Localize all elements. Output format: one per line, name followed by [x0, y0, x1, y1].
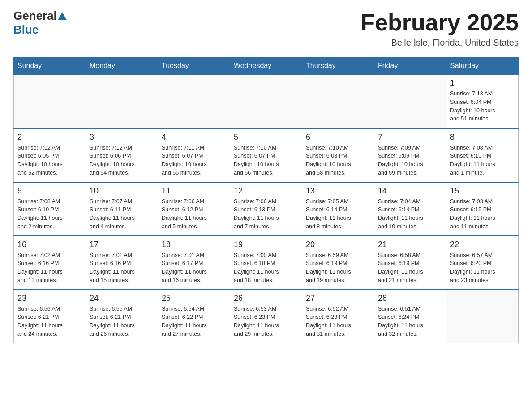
- day-number: 20: [306, 240, 370, 249]
- day-number: 1: [450, 78, 515, 88]
- calendar-cell: [230, 75, 302, 128]
- calendar-cell: [374, 75, 446, 128]
- calendar-cell: [86, 75, 158, 128]
- calendar-cell: 16Sunrise: 7:02 AMSunset: 6:16 PMDayligh…: [14, 236, 86, 290]
- day-info: Sunrise: 7:05 AMSunset: 6:14 PMDaylight:…: [306, 197, 370, 231]
- calendar-cell: 22Sunrise: 6:57 AMSunset: 6:20 PMDayligh…: [446, 236, 519, 290]
- logo-blue-text: Blue: [13, 23, 39, 36]
- day-info: Sunrise: 6:58 AMSunset: 6:19 PMDaylight:…: [378, 251, 442, 285]
- calendar-cell: 9Sunrise: 7:08 AMSunset: 6:10 PMDaylight…: [14, 182, 86, 236]
- calendar-cell: 1Sunrise: 7:13 AMSunset: 6:04 PMDaylight…: [446, 75, 519, 128]
- day-number: 14: [378, 186, 442, 196]
- calendar-cell: [446, 290, 519, 343]
- calendar-cell: 19Sunrise: 7:00 AMSunset: 6:18 PMDayligh…: [230, 236, 302, 290]
- calendar-cell: 25Sunrise: 6:54 AMSunset: 6:22 PMDayligh…: [158, 290, 230, 343]
- day-info: Sunrise: 7:03 AMSunset: 6:15 PMDaylight:…: [450, 197, 515, 231]
- day-info: Sunrise: 7:12 AMSunset: 6:05 PMDaylight:…: [17, 144, 82, 177]
- calendar-cell: [14, 75, 86, 128]
- day-info: Sunrise: 7:01 AMSunset: 6:17 PMDaylight:…: [162, 251, 226, 285]
- calendar-cell: 5Sunrise: 7:10 AMSunset: 6:07 PMDaylight…: [230, 128, 302, 182]
- week-row-3: 9Sunrise: 7:08 AMSunset: 6:10 PMDaylight…: [14, 182, 519, 236]
- day-info: Sunrise: 6:53 AMSunset: 6:23 PMDaylight:…: [234, 305, 298, 338]
- day-number: 28: [378, 294, 442, 303]
- day-info: Sunrise: 6:52 AMSunset: 6:23 PMDaylight:…: [306, 305, 370, 338]
- logo: General Blue: [13, 9, 68, 37]
- day-info: Sunrise: 7:07 AMSunset: 6:11 PMDaylight:…: [90, 197, 154, 231]
- day-number: 19: [234, 240, 298, 249]
- week-row-2: 2Sunrise: 7:12 AMSunset: 6:05 PMDaylight…: [14, 128, 519, 182]
- calendar-cell: 26Sunrise: 6:53 AMSunset: 6:23 PMDayligh…: [230, 290, 302, 343]
- day-number: 23: [17, 294, 82, 303]
- day-number: 3: [90, 133, 154, 142]
- day-info: Sunrise: 6:51 AMSunset: 6:24 PMDaylight:…: [378, 305, 442, 338]
- day-number: 5: [234, 133, 298, 142]
- calendar-cell: 11Sunrise: 7:06 AMSunset: 6:12 PMDayligh…: [158, 182, 230, 236]
- week-row-1: 1Sunrise: 7:13 AMSunset: 6:04 PMDaylight…: [14, 75, 519, 128]
- week-row-5: 23Sunrise: 6:56 AMSunset: 6:21 PMDayligh…: [14, 290, 519, 343]
- calendar-cell: [302, 75, 374, 128]
- weekday-header-sunday: Sunday: [14, 57, 86, 75]
- day-info: Sunrise: 7:08 AMSunset: 6:10 PMDaylight:…: [450, 144, 515, 177]
- day-number: 9: [17, 186, 82, 196]
- weekday-header-thursday: Thursday: [302, 57, 374, 75]
- day-info: Sunrise: 6:54 AMSunset: 6:22 PMDaylight:…: [162, 305, 226, 338]
- day-number: 17: [90, 240, 154, 249]
- day-number: 27: [306, 294, 370, 303]
- calendar-cell: 3Sunrise: 7:12 AMSunset: 6:06 PMDaylight…: [86, 128, 158, 182]
- day-info: Sunrise: 7:13 AMSunset: 6:04 PMDaylight:…: [450, 90, 515, 123]
- day-info: Sunrise: 7:06 AMSunset: 6:12 PMDaylight:…: [162, 197, 226, 231]
- calendar-cell: 12Sunrise: 7:06 AMSunset: 6:13 PMDayligh…: [230, 182, 302, 236]
- day-number: 10: [90, 186, 154, 196]
- calendar-cell: 8Sunrise: 7:08 AMSunset: 6:10 PMDaylight…: [446, 128, 519, 182]
- calendar-cell: 2Sunrise: 7:12 AMSunset: 6:05 PMDaylight…: [14, 128, 86, 182]
- calendar-cell: 24Sunrise: 6:55 AMSunset: 6:21 PMDayligh…: [86, 290, 158, 343]
- day-info: Sunrise: 7:10 AMSunset: 6:07 PMDaylight:…: [234, 144, 298, 177]
- logo-general-text: General: [13, 9, 57, 23]
- day-info: Sunrise: 7:06 AMSunset: 6:13 PMDaylight:…: [234, 197, 298, 231]
- calendar-cell: 20Sunrise: 6:59 AMSunset: 6:19 PMDayligh…: [302, 236, 374, 290]
- weekday-header-wednesday: Wednesday: [230, 57, 302, 75]
- day-info: Sunrise: 7:10 AMSunset: 6:08 PMDaylight:…: [306, 144, 370, 177]
- week-row-4: 16Sunrise: 7:02 AMSunset: 6:16 PMDayligh…: [14, 236, 519, 290]
- calendar-title: February 2025: [360, 9, 519, 36]
- calendar-cell: 18Sunrise: 7:01 AMSunset: 6:17 PMDayligh…: [158, 236, 230, 290]
- weekday-header-monday: Monday: [86, 57, 158, 75]
- day-info: Sunrise: 6:55 AMSunset: 6:21 PMDaylight:…: [90, 305, 154, 338]
- weekday-header-friday: Friday: [374, 57, 446, 75]
- calendar-cell: [158, 75, 230, 128]
- day-info: Sunrise: 6:56 AMSunset: 6:21 PMDaylight:…: [17, 305, 82, 338]
- day-number: 24: [90, 294, 154, 303]
- day-number: 13: [306, 186, 370, 196]
- weekday-header-row: SundayMondayTuesdayWednesdayThursdayFrid…: [14, 57, 519, 75]
- calendar-cell: 7Sunrise: 7:09 AMSunset: 6:09 PMDaylight…: [374, 128, 446, 182]
- day-info: Sunrise: 7:08 AMSunset: 6:10 PMDaylight:…: [17, 197, 82, 231]
- day-info: Sunrise: 7:09 AMSunset: 6:09 PMDaylight:…: [378, 144, 442, 177]
- calendar-cell: 10Sunrise: 7:07 AMSunset: 6:11 PMDayligh…: [86, 182, 158, 236]
- day-info: Sunrise: 7:02 AMSunset: 6:16 PMDaylight:…: [17, 251, 82, 285]
- calendar-cell: 4Sunrise: 7:11 AMSunset: 6:07 PMDaylight…: [158, 128, 230, 182]
- title-block: February 2025 Belle Isle, Florida, Unite…: [360, 9, 519, 48]
- weekday-header-tuesday: Tuesday: [158, 57, 230, 75]
- day-number: 2: [17, 133, 82, 142]
- day-number: 8: [450, 133, 515, 142]
- calendar-cell: 14Sunrise: 7:04 AMSunset: 6:14 PMDayligh…: [374, 182, 446, 236]
- day-number: 15: [450, 186, 515, 196]
- day-number: 22: [450, 240, 515, 249]
- day-number: 25: [162, 294, 226, 303]
- calendar-cell: 28Sunrise: 6:51 AMSunset: 6:24 PMDayligh…: [374, 290, 446, 343]
- calendar-subtitle: Belle Isle, Florida, United States: [360, 38, 519, 48]
- day-number: 7: [378, 133, 442, 142]
- day-number: 6: [306, 133, 370, 142]
- calendar-cell: 6Sunrise: 7:10 AMSunset: 6:08 PMDaylight…: [302, 128, 374, 182]
- calendar-cell: 27Sunrise: 6:52 AMSunset: 6:23 PMDayligh…: [302, 290, 374, 343]
- day-info: Sunrise: 7:00 AMSunset: 6:18 PMDaylight:…: [234, 251, 298, 285]
- day-info: Sunrise: 6:57 AMSunset: 6:20 PMDaylight:…: [450, 251, 515, 285]
- day-number: 12: [234, 186, 298, 196]
- day-number: 16: [17, 240, 82, 249]
- calendar-table: SundayMondayTuesdayWednesdayThursdayFrid…: [13, 57, 519, 343]
- logo-triangle-icon: [58, 12, 67, 20]
- day-number: 26: [234, 294, 298, 303]
- calendar-cell: 15Sunrise: 7:03 AMSunset: 6:15 PMDayligh…: [446, 182, 519, 236]
- day-number: 11: [162, 186, 226, 196]
- calendar-cell: 23Sunrise: 6:56 AMSunset: 6:21 PMDayligh…: [14, 290, 86, 343]
